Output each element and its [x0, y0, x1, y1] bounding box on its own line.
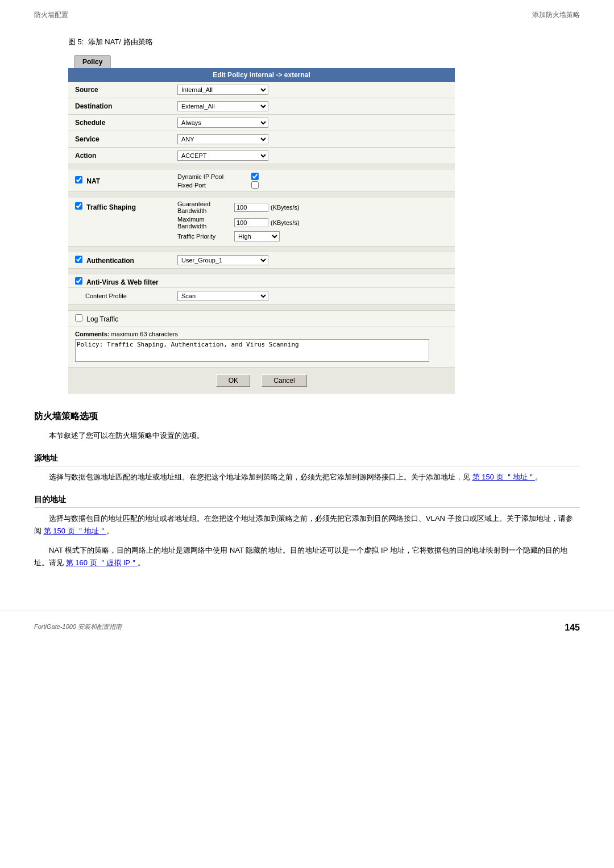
separator-row-3: [68, 247, 455, 253]
page-header: 防火墙配置 添加防火墙策略: [0, 0, 614, 26]
destination-link2[interactable]: 第 160 页 ＂虚拟 IP＂: [66, 558, 138, 567]
action-label: Action: [75, 152, 96, 160]
action-row: Action ACCEPT: [68, 148, 455, 164]
main-content: 图 5: 添加 NAT/ 路由策略 Policy Edit Policy int…: [0, 26, 614, 588]
header-left: 防火墙配置: [34, 10, 68, 20]
source-para: 选择与数据包源地址匹配的地址或地址组。在您把这个地址添加到策略之前，必须先把它添…: [34, 471, 580, 483]
service-select[interactable]: ANY: [177, 134, 268, 144]
destination-select[interactable]: External_All: [177, 101, 268, 111]
traffic-priority-select[interactable]: High: [234, 231, 280, 241]
separator-row-2: [68, 192, 455, 198]
source-link[interactable]: 第 150 页 ＂地址＂: [472, 473, 536, 481]
comments-section: Comments: maximum 63 characters Policy: …: [68, 327, 455, 367]
source-label: Source: [75, 86, 98, 94]
nat-checkbox[interactable]: [75, 176, 82, 183]
source-heading: 源地址: [34, 453, 580, 466]
page-footer: FortiGate-1000 安装和配置指南 145: [0, 611, 614, 639]
source-row: Source Internal_All: [68, 82, 455, 98]
schedule-select[interactable]: Always: [177, 118, 268, 128]
log-traffic-checkbox[interactable]: [75, 314, 82, 322]
policy-container: Policy Edit Policy internal -> external …: [68, 52, 455, 394]
traffic-shaping-row: Traffic Shaping Guaranteed Bandwidth: [68, 198, 455, 247]
guaranteed-bandwidth-input[interactable]: [234, 203, 268, 212]
maximum-bandwidth-label: Maximum Bandwidth: [177, 216, 234, 229]
authentication-checkbox[interactable]: [75, 256, 82, 263]
header-right: 添加防火墙策略: [532, 10, 580, 20]
form-table: Source Internal_All Destination Externa: [68, 82, 455, 310]
source-select[interactable]: Internal_All: [177, 85, 268, 95]
ok-button[interactable]: OK: [216, 374, 250, 387]
footer-left: FortiGate-1000 安装和配置指南: [34, 623, 122, 633]
separator-row-1: [68, 164, 455, 170]
button-row: OK Cancel: [68, 367, 455, 394]
traffic-priority-label: Traffic Priority: [177, 233, 234, 240]
maximum-bandwidth-unit: (KBytes/s): [271, 219, 300, 226]
policy-form: Edit Policy internal -> external Source …: [68, 68, 455, 394]
section-intro: 本节叙述了您可以在防火墙策略中设置的选项。: [34, 429, 580, 442]
destination-heading: 目的地址: [34, 495, 580, 508]
schedule-label: Schedule: [75, 119, 105, 127]
destination-row: Destination External_All: [68, 98, 455, 115]
dynamic-ip-pool-row: Dynamic IP Pool: [177, 173, 448, 180]
content-profile-row: Content Profile Scan: [68, 288, 455, 304]
figure-caption: 图 5: 添加 NAT/ 路由策略: [68, 37, 580, 47]
policy-tab[interactable]: Policy: [74, 55, 111, 68]
dynamic-ip-pool-label: Dynamic IP Pool: [177, 173, 251, 180]
page-number: 145: [565, 623, 580, 633]
form-title-bar: Edit Policy internal -> external: [68, 68, 455, 82]
authentication-select[interactable]: User_Group_1: [177, 255, 268, 265]
antivirus-label[interactable]: Anti-Virus & Web filter: [75, 278, 159, 286]
fixed-port-label: Fixed Port: [177, 182, 251, 189]
separator-row-4: [68, 269, 455, 275]
service-row: Service ANY: [68, 131, 455, 148]
nat-section: Dynamic IP Pool Fixed Port: [177, 173, 448, 189]
guaranteed-bandwidth-label: Guaranteed Bandwidth: [177, 201, 234, 214]
firewall-options-section: 防火墙策略选项 本节叙述了您可以在防火墙策略中设置的选项。 源地址 选择与数据包…: [34, 411, 580, 570]
comments-textarea[interactable]: Policy: Traffic Shaping, Authentication,…: [75, 339, 429, 362]
log-traffic-label[interactable]: Log Traffic: [75, 314, 118, 323]
dynamic-ip-pool-checkbox[interactable]: [251, 173, 259, 180]
traffic-shaping-fields: Guaranteed Bandwidth (KBytes/s) Maximum …: [177, 201, 448, 241]
antivirus-checkbox[interactable]: [75, 277, 82, 285]
nat-label[interactable]: NAT: [75, 177, 100, 185]
content-profile-label: Content Profile: [85, 293, 127, 299]
comments-label: Comments: maximum 63 characters: [75, 331, 448, 337]
traffic-priority-row: Traffic Priority High: [177, 231, 448, 241]
guaranteed-bandwidth-row: Guaranteed Bandwidth (KBytes/s): [177, 201, 448, 214]
service-label: Service: [75, 135, 99, 143]
log-traffic-row: Log Traffic: [68, 310, 455, 327]
fixed-port-checkbox[interactable]: [251, 181, 259, 189]
fixed-port-row: Fixed Port: [177, 181, 448, 189]
nat-row: NAT Dynamic IP Pool Fixed Port: [68, 170, 455, 192]
maximum-bandwidth-row: Maximum Bandwidth (KBytes/s): [177, 216, 448, 229]
main-section-heading: 防火墙策略选项: [34, 411, 580, 423]
authentication-row: Authentication User_Group_1: [68, 252, 455, 269]
content-profile-select[interactable]: Scan: [177, 291, 268, 301]
authentication-label[interactable]: Authentication: [75, 257, 134, 265]
traffic-shaping-label[interactable]: Traffic Shaping: [75, 203, 136, 211]
destination-para1: 选择与数据包目的地址匹配的地址或者地址组。在您把这个地址添加到策略之前，必须先把…: [34, 512, 580, 537]
action-select[interactable]: ACCEPT: [177, 151, 268, 161]
destination-para2: NAT 模式下的策略，目的网络上的地址是源网络中使用 NAT 隐藏的地址。目的地…: [34, 544, 580, 569]
destination-label: Destination: [75, 102, 112, 110]
schedule-row: Schedule Always: [68, 115, 455, 131]
antivirus-row: Anti-Virus & Web filter: [68, 274, 455, 288]
maximum-bandwidth-input[interactable]: [234, 218, 268, 227]
separator-row-5: [68, 304, 455, 311]
guaranteed-bandwidth-unit: (KBytes/s): [271, 204, 300, 211]
traffic-shaping-checkbox[interactable]: [75, 202, 82, 210]
destination-link1[interactable]: 第 150 页 ＂地址＂: [44, 527, 107, 535]
cancel-button[interactable]: Cancel: [262, 374, 306, 387]
